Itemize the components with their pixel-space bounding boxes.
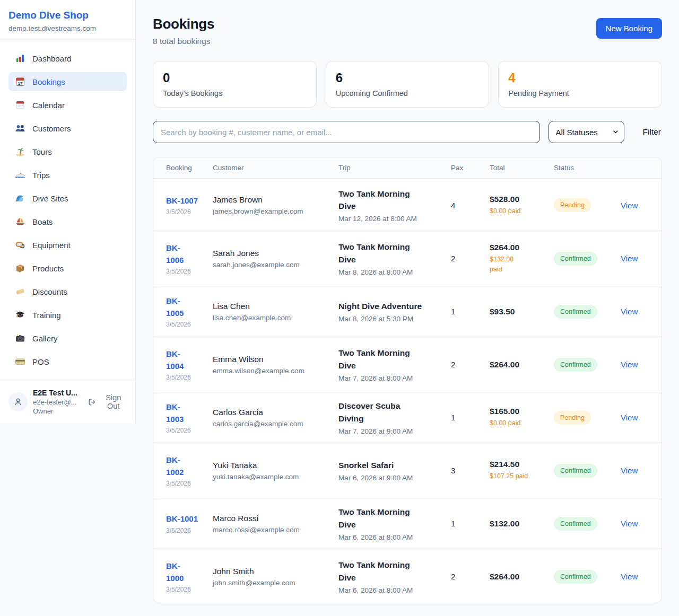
booking-date: 3/5/2026 bbox=[166, 208, 213, 216]
page-header: Bookings 8 total bookings New Booking bbox=[153, 16, 662, 46]
view-link[interactable]: View bbox=[621, 572, 638, 581]
sidebar-item-label: Dashboard bbox=[32, 54, 71, 63]
trip-datetime: Mar 6, 2026 at 8:00 AM bbox=[338, 586, 451, 594]
sidebar-item-dive-sites[interactable]: Dive Sites bbox=[8, 189, 127, 208]
sidebar-item-dashboard[interactable]: Dashboard bbox=[8, 49, 127, 68]
table-header-row: Booking Customer Trip Pax Total Status bbox=[153, 157, 661, 179]
paid-amount: $0.00 paid bbox=[490, 206, 554, 216]
trip-datetime: Mar 6, 2026 at 9:00 AM bbox=[338, 474, 451, 482]
column-header-trip: Trip bbox=[338, 164, 451, 172]
trip-datetime: Mar 6, 2026 at 8:00 AM bbox=[338, 533, 451, 541]
sidebar-item-label: Bookings bbox=[32, 77, 65, 86]
trip-name: Two Tank Morning Dive bbox=[338, 506, 451, 531]
customer-name: Sarah Jones bbox=[213, 249, 338, 258]
trip-name: Two Tank Morning Dive bbox=[338, 188, 451, 213]
stat-card-pending-payment: 4 Pending Payment bbox=[498, 61, 662, 108]
person-icon bbox=[13, 397, 23, 407]
booking-id-link[interactable]: BK- 1003 bbox=[166, 401, 213, 426]
booking-id-link[interactable]: BK- 1006 bbox=[166, 242, 213, 267]
table-row: BK- 10033/5/2026 Carlos Garciacarlos.gar… bbox=[153, 391, 661, 444]
tear-calendar-icon bbox=[15, 100, 25, 110]
trip-name: Snorkel Safari bbox=[338, 459, 451, 471]
total-amount: $264.00 bbox=[490, 243, 554, 252]
status-select[interactable]: All Statuses bbox=[549, 121, 624, 143]
stat-card-upcoming-confirmed: 6 Upcoming Confirmed bbox=[326, 61, 490, 108]
filter-button[interactable]: Filter bbox=[642, 125, 662, 139]
customer-name: Yuki Tanaka bbox=[213, 461, 338, 470]
booking-date: 3/5/2026 bbox=[166, 427, 213, 434]
stat-card-todays-bookings: 0 Today's Bookings bbox=[153, 61, 317, 108]
pax-count: 3 bbox=[451, 466, 490, 475]
sidebar-item-label: Discounts bbox=[32, 287, 67, 296]
customer-email: emma.wilson@example.com bbox=[213, 367, 338, 375]
bookings-table: Booking Customer Trip Pax Total Status B… bbox=[153, 157, 662, 603]
search-input[interactable] bbox=[153, 121, 540, 143]
paid-amount: $0.00 paid bbox=[490, 418, 554, 428]
status-badge: Confirmed bbox=[554, 517, 597, 531]
customer-email: carlos.garcia@example.com bbox=[213, 420, 338, 428]
filter-row: All Statuses Filter bbox=[153, 121, 662, 143]
booking-id-link[interactable]: BK-1001 bbox=[166, 513, 213, 525]
booking-id-link[interactable]: BK- 1005 bbox=[166, 295, 213, 320]
sign-out-label: Sign Out bbox=[100, 393, 127, 410]
status-badge: Pending bbox=[554, 198, 591, 212]
sidebar-item-label: Boats bbox=[32, 217, 53, 226]
view-link[interactable]: View bbox=[621, 413, 638, 422]
user-email: e2e-tester@... bbox=[33, 398, 83, 406]
booking-date: 3/5/2026 bbox=[166, 374, 213, 381]
new-booking-button[interactable]: New Booking bbox=[596, 18, 662, 39]
pax-count: 2 bbox=[451, 360, 490, 369]
trip-name: Two Tank Morning Dive bbox=[338, 241, 451, 266]
table-row: BK- 10003/5/2026 John Smithjohn.smith@ex… bbox=[153, 550, 661, 603]
bar-chart-icon bbox=[15, 53, 25, 64]
booking-id-link[interactable]: BK- 1004 bbox=[166, 348, 213, 373]
booking-date: 3/5/2026 bbox=[166, 480, 213, 487]
package-icon bbox=[15, 263, 25, 274]
sidebar-item-tours[interactable]: Tours bbox=[8, 142, 127, 161]
booking-date: 3/5/2026 bbox=[166, 268, 213, 275]
sidebar-item-gallery[interactable]: Gallery bbox=[8, 329, 127, 348]
sidebar-nav: Dashboard 17 Bookings Calendar Customers… bbox=[0, 41, 135, 381]
booking-date: 3/5/2026 bbox=[166, 586, 213, 593]
user-name: E2E Test U... bbox=[33, 389, 83, 397]
customer-name: James Brown bbox=[213, 195, 338, 205]
sidebar-item-products[interactable]: Products bbox=[8, 259, 127, 278]
sign-out-button[interactable]: Sign Out bbox=[88, 393, 127, 410]
sidebar-item-label: POS bbox=[32, 357, 49, 366]
shop-domain: demo.test.divestreams.com bbox=[8, 24, 127, 32]
sidebar-item-pos[interactable]: POS bbox=[8, 352, 127, 371]
view-link[interactable]: View bbox=[621, 307, 638, 316]
sidebar-item-training[interactable]: Training bbox=[8, 305, 127, 324]
sidebar-item-trips[interactable]: Trips bbox=[8, 165, 127, 184]
pax-count: 1 bbox=[451, 307, 490, 316]
sidebar-item-customers[interactable]: Customers bbox=[8, 119, 127, 138]
view-link[interactable]: View bbox=[621, 201, 638, 210]
sidebar-item-calendar[interactable]: Calendar bbox=[8, 95, 127, 115]
column-header-pax: Pax bbox=[451, 164, 490, 172]
view-link[interactable]: View bbox=[621, 360, 638, 369]
booking-id-link[interactable]: BK-1007 bbox=[166, 195, 213, 207]
total-amount: $132.00 bbox=[490, 519, 554, 529]
view-link[interactable]: View bbox=[621, 519, 638, 528]
sidebar-item-equipment[interactable]: Equipment bbox=[8, 235, 127, 254]
view-link[interactable]: View bbox=[621, 466, 638, 475]
booking-id-link[interactable]: BK- 1002 bbox=[166, 454, 213, 479]
stat-value: 0 bbox=[163, 71, 307, 85]
status-badge: Pending bbox=[554, 411, 591, 425]
column-header-status: Status bbox=[554, 164, 621, 172]
camera-icon bbox=[15, 333, 25, 344]
view-link[interactable]: View bbox=[621, 254, 638, 263]
booking-id-link[interactable]: BK- 1000 bbox=[166, 560, 213, 585]
status-badge: Confirmed bbox=[554, 252, 597, 266]
column-header-booking: Booking bbox=[153, 164, 213, 172]
sidebar: Demo Dive Shop demo.test.divestreams.com… bbox=[0, 0, 136, 424]
sidebar-item-boats[interactable]: Boats bbox=[8, 212, 127, 231]
sidebar-item-discounts[interactable]: Discounts bbox=[8, 282, 127, 301]
trip-datetime: Mar 8, 2026 at 5:30 PM bbox=[338, 315, 451, 323]
sidebar-item-label: Equipment bbox=[32, 241, 71, 250]
sidebar-item-label: Tours bbox=[32, 147, 52, 156]
sidebar-item-bookings[interactable]: 17 Bookings bbox=[8, 72, 127, 91]
user-block: E2E Test U... e2e-tester@... Owner Sign … bbox=[0, 381, 135, 424]
booking-date: 3/5/2026 bbox=[166, 527, 213, 534]
pax-count: 2 bbox=[451, 254, 490, 263]
